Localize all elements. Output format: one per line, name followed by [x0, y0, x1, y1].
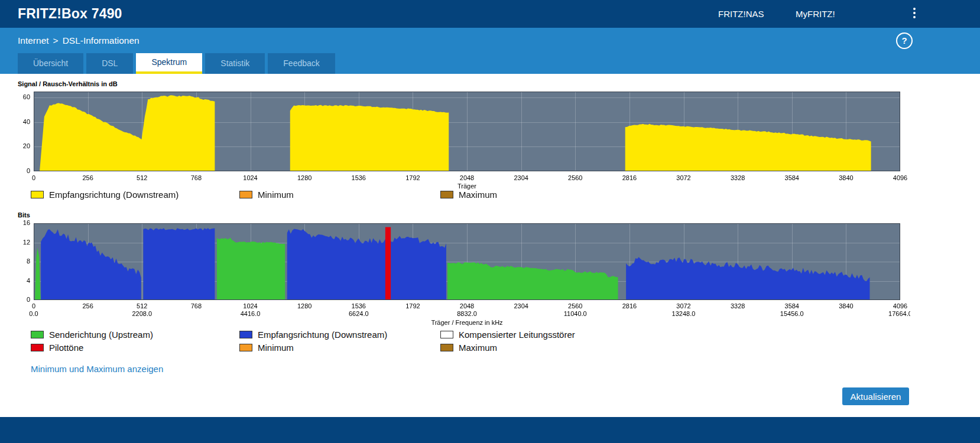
legend-label: Senderichtung (Upstream): [49, 330, 153, 340]
nav-myfritz[interactable]: MyFRITZ!: [796, 0, 835, 28]
downstream-swatch: [31, 191, 44, 198]
minimum-swatch: [239, 344, 252, 351]
legend-item-downstream: Empfangsrichtung (Downstream): [31, 190, 239, 200]
snr-legend: Empfangsrichtung (Downstream) Minimum Ma…: [31, 190, 497, 200]
legend-item-downstream: Empfangsrichtung (Downstream): [239, 330, 440, 340]
breadcrumb-section: Internet: [18, 35, 49, 45]
downstream-swatch: [239, 331, 252, 338]
bits-legend-row1: Senderichtung (Upstream) Empfangsrichtun…: [31, 330, 575, 340]
nav-fritznas[interactable]: FRITZ!NAS: [718, 0, 764, 28]
breadcrumb-page: DSL-Informationen: [63, 35, 139, 45]
legend-label: Maximum: [459, 343, 497, 353]
minimum-swatch: [239, 191, 252, 198]
legend-label: Empfangsrichtung (Downstream): [258, 330, 387, 340]
legend-item-maximum: Maximum: [440, 343, 497, 353]
snr-spectrum-chart: [12, 87, 910, 191]
app-title: FRITZ!Box 7490: [18, 0, 122, 28]
content: Signal / Rausch-Verhältnis in dB Empfang…: [0, 74, 980, 417]
maximum-swatch: [440, 191, 453, 198]
legend-item-maximum: Maximum: [440, 190, 497, 200]
tab-uebersicht[interactable]: Übersicht: [18, 53, 83, 74]
refresh-button[interactable]: Aktualisieren: [842, 387, 909, 405]
legend-label: Minimum: [258, 343, 294, 353]
bit-allocation-chart: [12, 219, 910, 329]
page: FRITZ!Box 7490 FRITZ!NAS MyFRITZ! Intern…: [0, 0, 980, 443]
maximum-swatch: [440, 344, 453, 351]
tabs: Übersicht DSL Spektrum Statistik Feedbac…: [18, 53, 335, 74]
kompensiert-swatch: [440, 331, 453, 338]
overflow-menu-icon[interactable]: [913, 8, 916, 21]
breadcrumb-bar: Internet>DSL-Informationen ?: [0, 28, 980, 53]
tab-statistik[interactable]: Statistik: [205, 53, 265, 74]
legend-item-upstream: Senderichtung (Upstream): [31, 330, 239, 340]
tab-spektrum[interactable]: Spektrum: [136, 53, 202, 74]
top-header-bar: FRITZ!Box 7490 FRITZ!NAS MyFRITZ!: [0, 0, 980, 28]
legend-item-pilottoene: Pilottöne: [31, 343, 239, 353]
tab-feedback[interactable]: Feedback: [268, 53, 335, 74]
tab-bar: Übersicht DSL Spektrum Statistik Feedbac…: [0, 53, 980, 74]
pilottoene-swatch: [31, 344, 44, 351]
breadcrumb: Internet>DSL-Informationen: [18, 28, 139, 53]
legend-label: Empfangsrichtung (Downstream): [49, 190, 179, 200]
upstream-swatch: [31, 331, 44, 338]
bits-legend-row2: Pilottöne Minimum Maximum: [31, 343, 497, 353]
footer-bar: [0, 417, 980, 443]
tab-dsl[interactable]: DSL: [86, 53, 133, 74]
legend-item-minimum: Minimum: [239, 190, 440, 200]
legend-label: Maximum: [459, 190, 497, 200]
legend-label: Minimum: [258, 190, 294, 200]
bits-chart-title: Bits: [18, 211, 30, 219]
legend-label: Pilottöne: [49, 343, 83, 353]
help-icon[interactable]: ?: [896, 32, 913, 49]
legend-item-kompensiert: Kompensierter Leitungsstörer: [440, 330, 575, 340]
legend-item-minimum: Minimum: [239, 343, 440, 353]
breadcrumb-separator: >: [53, 35, 59, 45]
legend-label: Kompensierter Leitungsstörer: [459, 330, 575, 340]
show-min-max-link[interactable]: Minimum und Maximum anzeigen: [31, 364, 163, 374]
